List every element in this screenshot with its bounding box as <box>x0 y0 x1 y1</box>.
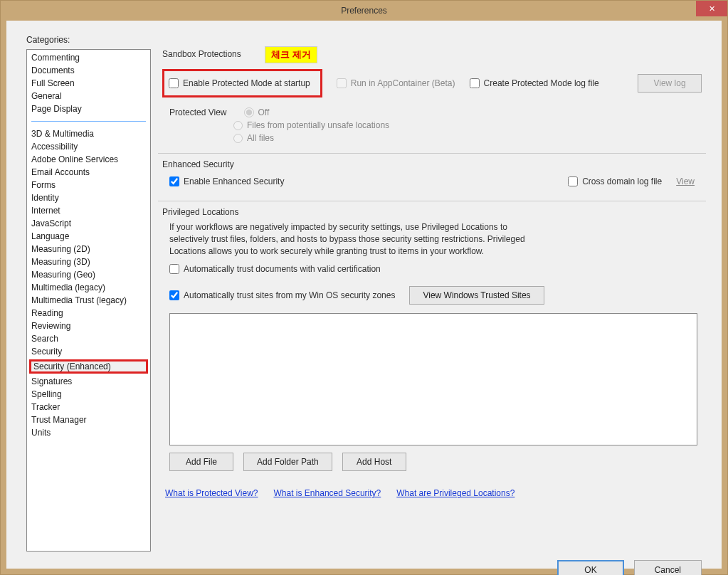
titlebar: Preferences ✕ <box>1 1 727 21</box>
sidebar-item[interactable]: Measuring (3D) <box>27 255 150 268</box>
sidebar-item[interactable]: Commenting <box>27 51 150 64</box>
sidebar-separator <box>31 121 146 122</box>
sidebar-item[interactable]: Tracker <box>27 401 150 413</box>
sidebar-item[interactable]: Reading <box>27 307 150 320</box>
help-enhanced-security-link[interactable]: What is Enhanced Security? <box>274 488 381 498</box>
sidebar-item[interactable]: Multimedia Trust (legacy) <box>27 294 150 307</box>
pv-off-radio: Off <box>244 107 270 117</box>
sidebar-item[interactable]: Forms <box>27 179 150 191</box>
sidebar-item[interactable]: Measuring (2D) <box>27 243 150 255</box>
sidebar-item[interactable]: JavaScript <box>27 217 150 230</box>
create-log-file-checkbox[interactable]: Create Protected Mode log file <box>470 78 599 88</box>
enable-protected-mode-label: Enable Protected Mode at startup <box>183 78 310 88</box>
auto-trust-cert-checkbox[interactable]: Automatically trust documents with valid… <box>169 264 381 274</box>
pv-unsafe-radio: Files from potentially unsafe locations <box>233 120 702 130</box>
sidebar-item[interactable]: General <box>27 90 150 102</box>
view-trusted-sites-button[interactable]: View Windows Trusted Sites <box>409 286 544 305</box>
add-host-button[interactable]: Add Host <box>342 453 406 471</box>
view-log-button: View log <box>638 74 702 93</box>
sidebar-item[interactable]: Documents <box>27 64 150 77</box>
sidebar-item[interactable]: Search <box>27 332 150 345</box>
help-protected-view-link[interactable]: What is Protected View? <box>165 488 258 498</box>
sidebar-item[interactable]: Units <box>27 426 150 439</box>
privileged-locations-list[interactable] <box>169 313 697 445</box>
sidebar-item[interactable]: Spelling <box>27 388 150 401</box>
add-folder-button[interactable]: Add Folder Path <box>243 453 332 471</box>
cross-domain-checkbox[interactable]: Cross domain log file <box>568 176 662 186</box>
create-log-file-label: Create Protected Mode log file <box>484 78 599 88</box>
categories-label: Categories: <box>26 35 702 45</box>
sidebar-item[interactable]: Signatures <box>27 375 150 388</box>
run-appcontainer-label: Run in AppContainer (Beta) <box>351 78 455 88</box>
auto-trust-sites-label: Automatically trust sites from my Win OS… <box>184 290 395 300</box>
sidebar-item[interactable]: Multimedia (legacy) <box>27 281 150 294</box>
sidebar-item[interactable]: 3D & Multimedia <box>27 127 150 140</box>
pv-unsafe-label: Files from potentially unsafe locations <box>247 120 389 130</box>
annotation-label: 체크 제거 <box>265 46 317 63</box>
privileged-desc: If your workflows are negatively impacte… <box>169 221 525 257</box>
enhanced-title: Enhanced Security <box>162 159 702 169</box>
enable-protected-highlight: Enable Protected Mode at startup <box>162 69 322 97</box>
auto-trust-cert-label: Automatically trust documents with valid… <box>184 264 381 274</box>
auto-trust-sites-checkbox[interactable]: Automatically trust sites from my Win OS… <box>169 290 395 300</box>
enable-enhanced-checkbox[interactable]: Enable Enhanced Security <box>169 176 284 186</box>
pv-off-label: Off <box>258 107 270 117</box>
sandbox-title: Sandbox Protections <box>162 49 702 59</box>
sidebar-item[interactable]: Trust Manager <box>27 413 150 426</box>
help-privileged-locations-link[interactable]: What are Privileged Locations? <box>396 488 515 498</box>
sidebar-item[interactable]: Language <box>27 230 150 243</box>
sidebar-item[interactable]: Security <box>27 345 150 358</box>
sidebar-item[interactable]: Adobe Online Services <box>27 153 150 166</box>
window-title: Preferences <box>341 6 387 16</box>
pv-all-label: All files <box>247 133 274 143</box>
add-file-button[interactable]: Add File <box>169 453 233 471</box>
sidebar-item[interactable]: Page Display <box>27 102 150 115</box>
sidebar-item[interactable]: Reviewing <box>27 320 150 332</box>
sidebar-item[interactable]: Email Accounts <box>27 166 150 179</box>
ok-button[interactable]: OK <box>557 560 623 575</box>
pv-all-radio: All files <box>233 133 702 143</box>
close-button[interactable]: ✕ <box>696 1 727 16</box>
privileged-title: Privileged Locations <box>162 207 702 217</box>
sidebar-item[interactable]: Identity <box>27 191 150 204</box>
sidebar-item[interactable]: Full Screen <box>27 77 150 90</box>
categories-list[interactable]: CommentingDocumentsFull ScreenGeneralPag… <box>26 49 151 552</box>
sidebar-item[interactable]: Accessibility <box>27 140 150 153</box>
run-appcontainer-checkbox: Run in AppContainer (Beta) <box>337 78 455 88</box>
content-frame: Categories: CommentingDocumentsFull Scre… <box>6 21 722 569</box>
cancel-button[interactable]: Cancel <box>634 560 702 575</box>
enable-protected-mode-checkbox[interactable]: Enable Protected Mode at startup <box>169 78 310 88</box>
protected-view-label: Protected View <box>169 107 227 117</box>
enable-enhanced-label: Enable Enhanced Security <box>184 176 284 186</box>
enhanced-view-link[interactable]: View <box>676 176 695 186</box>
preferences-window: Preferences ✕ Categories: CommentingDocu… <box>0 0 728 575</box>
cross-domain-label: Cross domain log file <box>582 176 662 186</box>
main-panel: 체크 제거 Sandbox Protections Enable Protect… <box>151 49 702 552</box>
sidebar-item[interactable]: Security (Enhanced) <box>29 359 148 374</box>
sidebar-item[interactable]: Measuring (Geo) <box>27 268 150 281</box>
sidebar-item[interactable]: Internet <box>27 204 150 217</box>
